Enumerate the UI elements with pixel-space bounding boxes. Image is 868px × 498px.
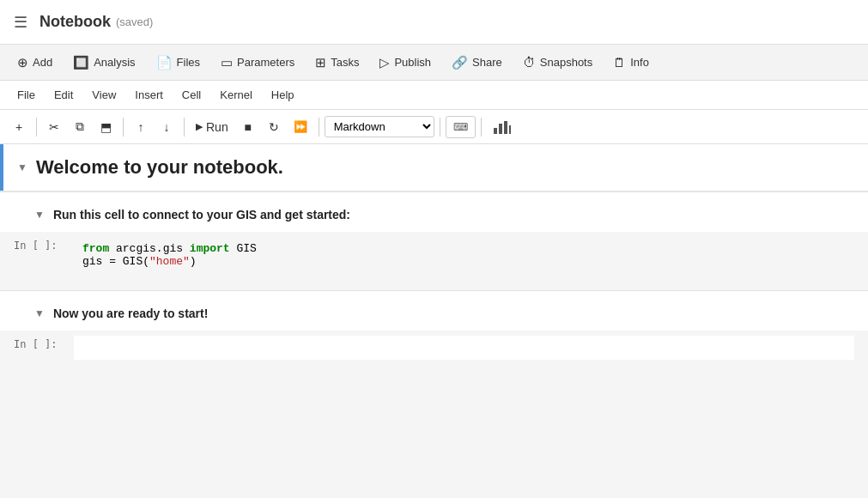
add-button[interactable]: ⊕ Add: [9, 52, 61, 74]
info-icon: 🗒: [613, 55, 626, 70]
menu-cell[interactable]: Cell: [173, 85, 209, 105]
restart-button[interactable]: ↻: [262, 115, 286, 139]
code-cell-2-inner: In [ ]:: [0, 334, 868, 361]
heading-cell-inner: ▼ Welcome to your notebook.: [3, 144, 868, 191]
info-button[interactable]: 🗒 Info: [604, 52, 658, 73]
run-icon: ▶: [196, 121, 203, 132]
toolbar-divider-2: [123, 118, 124, 137]
toolbar-divider-6: [481, 118, 482, 137]
code-editor-2[interactable]: [74, 336, 854, 360]
toolbar-divider-1: [36, 118, 37, 137]
notebook-heading: Welcome to your notebook.: [36, 156, 283, 179]
share-icon: 🔗: [452, 55, 468, 70]
run-button[interactable]: ▶ Run: [190, 115, 234, 139]
code-editor-1[interactable]: from arcgis.gis import GIS gis = GIS("ho…: [74, 237, 854, 280]
in-label-2: In [ ]:: [14, 336, 74, 350]
chart-button[interactable]: [487, 116, 518, 138]
menu-file[interactable]: File: [9, 85, 44, 105]
publish-icon: ▷: [379, 55, 390, 70]
move-down-button[interactable]: ↓: [155, 115, 179, 139]
add-icon: ⊕: [17, 55, 28, 70]
code-line-2: gis = GIS("home"): [82, 255, 846, 268]
paste-button[interactable]: ⬒: [94, 115, 118, 139]
toolbar-divider-5: [440, 118, 440, 137]
menu-kernel[interactable]: Kernel: [211, 85, 261, 105]
toolbar-actions: ⊕ Add 🔲 Analysis 📄 Files ▭ Parameters ⊞ …: [0, 45, 868, 81]
code-line-1: from arcgis.gis import GIS: [82, 242, 846, 255]
tasks-button[interactable]: ⊞ Tasks: [307, 52, 367, 74]
analysis-icon: 🔲: [73, 55, 89, 70]
code-cell-1: In [ ]: from arcgis.gis import GIS gis =…: [0, 232, 868, 290]
tasks-icon: ⊞: [315, 55, 326, 70]
saved-badge: (saved): [116, 15, 153, 28]
snapshots-icon: ⏱: [523, 55, 536, 70]
svg-rect-1: [499, 124, 502, 134]
toolbar-divider-4: [319, 118, 319, 137]
menu-bar: File Edit View Insert Cell Kernel Help: [0, 81, 868, 110]
top-bar: ☰ Notebook (saved): [0, 0, 868, 45]
menu-view[interactable]: View: [83, 85, 124, 105]
notebook-content: ▼ Welcome to your notebook. ▼ Run this c…: [0, 144, 868, 498]
fast-forward-button[interactable]: ⏩: [288, 115, 313, 139]
files-icon: 📄: [156, 55, 173, 70]
collapse-icon[interactable]: ▼: [17, 161, 27, 173]
subtitle-cell-1: ▼ Run this cell to connect to your GIS a…: [0, 192, 868, 232]
files-button[interactable]: 📄 Files: [148, 52, 209, 74]
collapse-icon-2[interactable]: ▼: [34, 209, 45, 221]
chart-icon: [493, 119, 512, 135]
keyword-from: from: [82, 242, 109, 255]
svg-rect-2: [504, 121, 507, 134]
cell-type-select[interactable]: Markdown Code Raw NBConvert Heading: [325, 116, 434, 137]
collapse-icon-3[interactable]: ▼: [34, 307, 45, 319]
publish-button[interactable]: ▷ Publish: [371, 52, 440, 74]
cell-toolbar: + ✂ ⧉ ⬒ ↑ ↓ ▶ Run ■ ↻ ⏩ Markdown Code Ra…: [0, 110, 868, 144]
code-cell-1-inner: In [ ]: from arcgis.gis import GIS gis =…: [0, 235, 868, 282]
notebook-title: Notebook: [39, 13, 111, 31]
subtitle-1-inner: ▼ Run this cell to connect to your GIS a…: [0, 201, 868, 228]
menu-help[interactable]: Help: [263, 85, 303, 105]
cut-button[interactable]: ✂: [42, 115, 66, 139]
code-cell-2: In [ ]:: [0, 331, 868, 370]
hamburger-icon[interactable]: ☰: [14, 13, 27, 32]
snapshots-button[interactable]: ⏱ Snapshots: [514, 52, 601, 73]
subtitle-cell-2: ▼ Now you are ready to start!: [0, 291, 868, 331]
subtitle-text-1: Run this cell to connect to your GIS and…: [53, 208, 350, 222]
keyboard-icon: ⌨: [453, 121, 468, 133]
add-cell-button[interactable]: +: [7, 115, 31, 139]
keyword-import: import: [190, 242, 230, 255]
keyboard-shortcuts-button[interactable]: ⌨: [446, 116, 476, 138]
svg-rect-3: [509, 125, 511, 134]
subtitle-text-2: Now you are ready to start!: [53, 307, 209, 320]
string-home: "home": [149, 255, 190, 268]
share-button[interactable]: 🔗 Share: [443, 52, 511, 74]
toolbar-divider-3: [184, 118, 185, 137]
menu-edit[interactable]: Edit: [46, 85, 82, 105]
menu-insert[interactable]: Insert: [126, 85, 172, 105]
parameters-icon: ▭: [221, 55, 233, 70]
parameters-button[interactable]: ▭ Parameters: [212, 52, 303, 74]
stop-button[interactable]: ■: [236, 115, 260, 139]
move-up-button[interactable]: ↑: [129, 115, 153, 139]
svg-rect-0: [494, 128, 497, 134]
in-label-1: In [ ]:: [14, 237, 74, 252]
subtitle-2-inner: ▼ Now you are ready to start!: [0, 300, 868, 327]
analysis-button[interactable]: 🔲 Analysis: [64, 52, 143, 74]
heading-cell: ▼ Welcome to your notebook.: [0, 144, 868, 191]
copy-button[interactable]: ⧉: [68, 115, 92, 139]
